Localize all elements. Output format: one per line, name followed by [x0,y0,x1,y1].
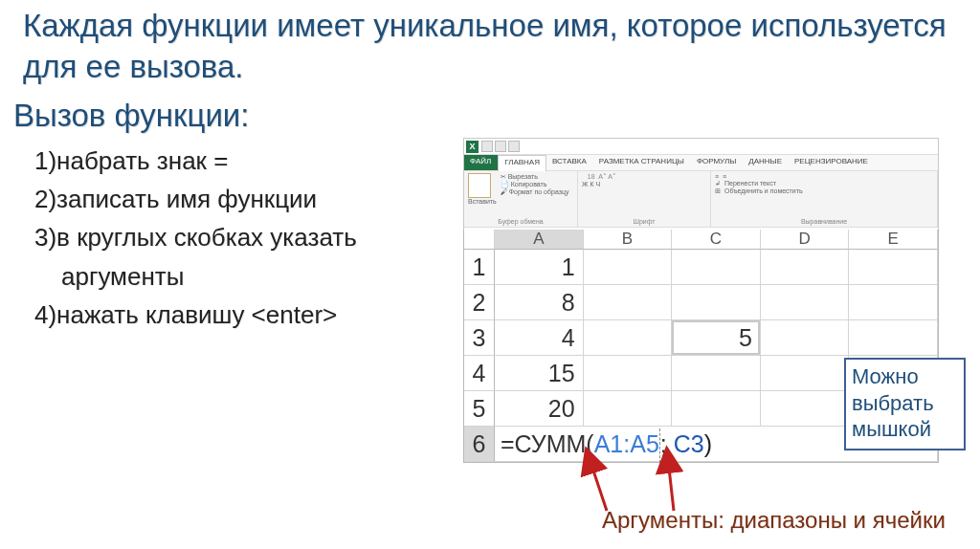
cell-d4[interactable] [761,356,850,391]
cell-a3[interactable]: 4 [495,320,584,356]
copy-label: Копировать [511,181,547,187]
cell-b4[interactable] [584,356,673,391]
group-align-title: Выравнивание [715,218,933,225]
cell-a4[interactable]: 15 [495,356,584,391]
merge-icon[interactable]: ⊞ [715,187,721,195]
svg-line-0 [592,468,607,511]
col-header-d[interactable]: D [761,230,850,250]
formula-range: A1:A5 [594,430,659,457]
callout-l1: Можно [852,363,958,390]
row-header-4[interactable]: 4 [464,356,495,391]
col-header-c[interactable]: C [672,230,761,250]
col-header-e[interactable]: E [849,230,938,250]
tab-layout[interactable]: РАЗМЕТКА СТРАНИЦЫ [593,155,691,170]
save-icon[interactable] [481,141,493,152]
tab-home[interactable]: ГЛАВНАЯ [498,155,546,171]
row-header-2[interactable]: 2 [464,285,495,320]
font-style-buttons[interactable]: Ж К Ч [582,181,706,187]
cell-a5[interactable]: 20 [495,391,584,427]
tab-formulas[interactable]: ФОРМУЛЫ [691,155,743,170]
redo-icon[interactable] [508,141,520,152]
row-header-5[interactable]: 5 [464,391,495,427]
align-icon[interactable]: ≡ [715,173,719,180]
cell-c2[interactable] [672,285,761,320]
excel-ribbon: X ФАЙЛ ГЛАВНАЯ ВСТАВКА РАЗМЕТКА СТРАНИЦЫ… [463,138,939,230]
arguments-label: Аргументы: диапазоны и ячейки [602,507,946,534]
formula-eq: =СУММ( [501,430,594,457]
cell-c5[interactable] [672,391,761,427]
cell-b3[interactable] [584,320,673,356]
formula-arg2: C3 [674,430,704,457]
cell-b5[interactable] [584,391,673,427]
row-header-6[interactable]: 6 [464,427,495,462]
cell-c4[interactable] [672,356,761,391]
format-painter-icon[interactable]: 🖌 [501,188,507,195]
svg-line-1 [669,468,674,511]
cell-b2[interactable] [584,285,673,320]
font-size-value[interactable]: 18 [588,173,595,180]
excel-logo-icon: X [466,141,479,153]
wrap-text-icon[interactable]: ↲ [715,180,721,187]
page-title: Каждая функции имеет уникальное имя, кот… [23,6,963,88]
subtitle: Вызов функции: [13,98,963,134]
group-font-title: Шрифт [582,218,706,225]
cell-a1[interactable]: 1 [495,250,584,285]
wrap-label: Перенести текст [724,180,776,187]
col-header-a[interactable]: A [495,230,584,250]
align-icon-2[interactable]: ≡ [723,173,726,180]
tab-file[interactable]: ФАЙЛ [464,155,498,170]
tab-review[interactable]: РЕЦЕНЗИРОВАНИЕ [789,155,875,170]
cell-e3[interactable] [849,320,938,356]
cell-a2[interactable]: 8 [495,285,584,320]
cell-c3[interactable]: 5 [672,320,761,356]
group-clipboard-title: Буфер обмена [468,218,573,225]
col-header-b[interactable]: B [584,230,673,250]
cell-d2[interactable] [761,285,850,320]
row-header-1[interactable]: 1 [464,250,495,285]
paste-label: Вставить [468,198,497,205]
callout-l2: выбрать [852,390,958,417]
row-header-3[interactable]: 3 [464,320,495,356]
merge-label: Объединить и поместить [724,187,803,194]
tab-data[interactable]: ДАННЫЕ [743,155,789,170]
ribbon-tabs: ФАЙЛ ГЛАВНАЯ ВСТАВКА РАЗМЕТКА СТРАНИЦЫ Ф… [464,155,938,170]
mouse-hint-callout: Можно выбрать мышкой [844,358,966,450]
paste-icon[interactable] [468,173,491,198]
formula-sep: ; [660,430,674,457]
formula-closeparen: ) [704,430,712,457]
cell-c1[interactable] [672,250,761,285]
cut-label: Вырезать [508,173,538,180]
tab-insert[interactable]: ВСТАВКА [546,155,593,170]
cell-d5[interactable] [761,391,850,427]
format-label: Формат по образцу [509,188,569,195]
cell-e1[interactable] [849,250,938,285]
select-all-corner[interactable] [464,230,495,250]
cell-b1[interactable] [584,250,673,285]
callout-l3: мышкой [852,416,958,443]
cell-e2[interactable] [849,285,938,320]
copy-icon[interactable]: 📄 [501,181,509,188]
undo-icon[interactable] [495,141,506,152]
cell-d3[interactable] [761,320,850,356]
cell-d1[interactable] [761,250,850,285]
cut-icon[interactable]: ✂ [501,173,506,181]
